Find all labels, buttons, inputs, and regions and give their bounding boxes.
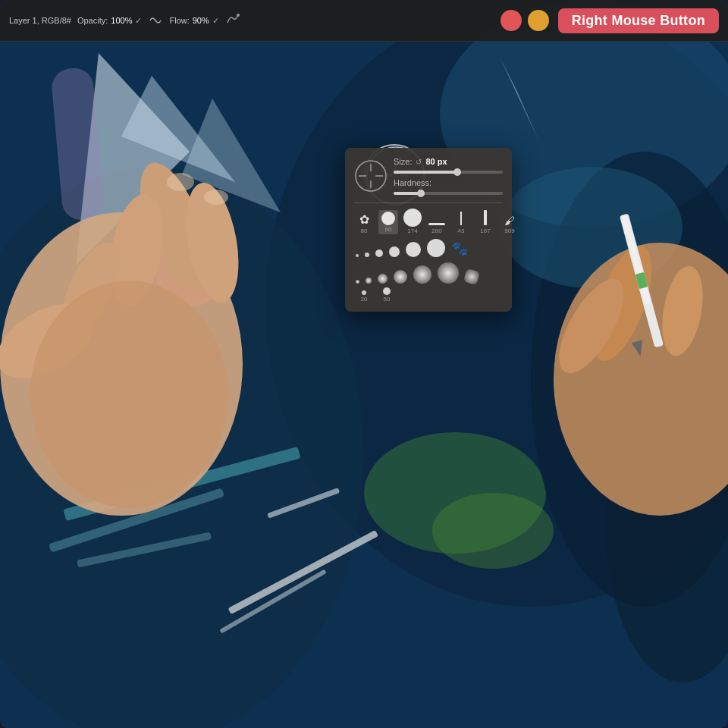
layer-info: Layer 1, RGB/8# (9, 16, 71, 25)
brush-tiny-2[interactable] (363, 251, 371, 259)
opacity-checkmark: ✓ (135, 16, 142, 26)
flow-control: Flow: 90% ✓ (169, 16, 218, 26)
size-value: 80 px (425, 157, 447, 166)
brush-preset-soft[interactable]: 60 (378, 210, 398, 234)
top-toolbar: Layer 1, RGB/8# Opacity: 100% ✓ Flow: 90… (0, 0, 728, 42)
brush-preview-crosshair (354, 159, 388, 193)
soft-brush-3[interactable] (376, 272, 389, 285)
minimize-button[interactable] (528, 10, 549, 31)
soft-brush-4[interactable] (392, 268, 409, 285)
artwork-background (0, 0, 728, 728)
numbered-brush-2[interactable]: 50 (377, 287, 397, 303)
brush-medium-2[interactable] (425, 237, 447, 259)
opacity-label: Opacity: (77, 16, 108, 25)
brush-preset-texture[interactable]: 🖌 909 (500, 215, 519, 234)
soft-brush-1[interactable] (354, 278, 361, 285)
preset-row-4: 20 50 (354, 287, 503, 303)
brush-picker-header: Size: ↺ 80 px Hardness: (354, 157, 503, 195)
opacity-control: Opacity: 100% ✓ (77, 16, 143, 26)
svg-point-11 (161, 244, 218, 302)
brush-preset-flower[interactable]: ✿ 80 (354, 212, 374, 234)
flow-checkmark: ✓ (212, 16, 219, 26)
brush-preset-dash[interactable]: 280 (427, 215, 447, 234)
preset-row-1: ✿ 80 60 174 280 43 (354, 208, 503, 234)
size-label: Size: (394, 157, 412, 166)
brush-small-1[interactable] (374, 248, 384, 259)
toolbar-left: Layer 1, RGB/8# Opacity: 100% ✓ Flow: 90… (9, 12, 493, 29)
hardness-slider[interactable] (394, 192, 503, 195)
svg-point-5 (432, 493, 554, 569)
soft-brush-7[interactable] (463, 268, 480, 285)
toolbar-right: Right Mouse Button (500, 8, 719, 33)
brush-small-2[interactable] (388, 245, 401, 259)
brush-special-1[interactable]: 🐾 (450, 239, 469, 259)
brush-preset-large[interactable]: 174 (403, 209, 422, 234)
brush-picker-panel: Size: ↺ 80 px Hardness: (345, 148, 512, 312)
screen-container: Size: ↺ 80 px Hardness: (0, 0, 728, 728)
separator (354, 202, 503, 203)
numbered-brush-1[interactable]: 20 (354, 290, 374, 303)
svg-point-49 (237, 14, 240, 17)
soft-brush-2[interactable] (364, 276, 373, 285)
preset-row-2: 🐾 (354, 237, 503, 259)
soft-brush-5[interactable] (412, 264, 433, 285)
smoothing-icon[interactable] (148, 13, 163, 28)
rmb-badge: Right Mouse Button (558, 8, 719, 33)
soft-brush-6[interactable] (436, 261, 460, 285)
flow-value[interactable]: 90% (193, 16, 209, 25)
opacity-value[interactable]: 100% (111, 16, 132, 25)
brush-preset-medium-line[interactable]: 167 (475, 208, 495, 234)
hardness-label: Hardness: (394, 178, 431, 187)
window-controls (500, 10, 549, 31)
close-button[interactable] (500, 10, 522, 31)
flow-label: Flow: (169, 16, 189, 25)
size-slider[interactable] (394, 171, 503, 174)
reset-size-icon[interactable]: ↺ (416, 158, 422, 166)
pressure-icon[interactable] (225, 12, 240, 29)
brush-medium-1[interactable] (404, 240, 422, 259)
brush-tiny-1[interactable] (354, 253, 360, 259)
preset-row-3 (354, 261, 503, 285)
brush-preset-thin[interactable]: 43 (451, 209, 471, 234)
svg-point-21 (500, 167, 682, 288)
